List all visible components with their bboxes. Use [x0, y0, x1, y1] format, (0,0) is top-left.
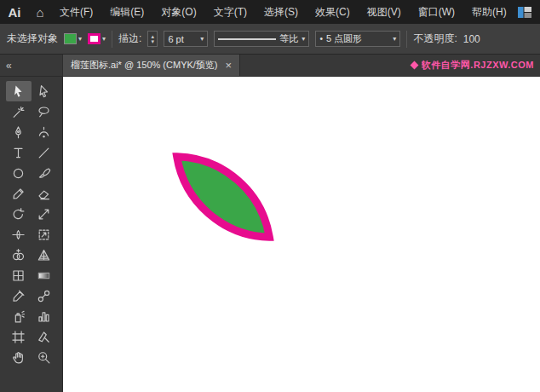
- menu-file[interactable]: 文件(F): [51, 0, 101, 24]
- zoom-icon: [37, 350, 51, 365]
- tool-column-graph-button[interactable]: [32, 306, 57, 326]
- curvature-icon: [37, 125, 51, 140]
- app-logo[interactable]: Ai: [0, 5, 29, 20]
- chevron-down-icon[interactable]: ▾: [102, 36, 106, 43]
- symbol-sprayer-icon: [11, 309, 26, 324]
- watermark-text: 软件自学网.RJZXW.COM: [422, 59, 534, 72]
- tool-slice-button[interactable]: [32, 326, 57, 347]
- brush-definition-select[interactable]: • 5 点圆形 ▾: [315, 31, 400, 47]
- tool-line-segment-button[interactable]: [32, 142, 57, 163]
- leaf-shape[interactable]: [163, 140, 284, 254]
- layout-grid-icon: [518, 7, 531, 18]
- document-tab[interactable]: 榴莲图标.ai* @ 150% (CMYK/预览) ×: [63, 55, 240, 76]
- pen-icon: [11, 125, 26, 140]
- menu-edit[interactable]: 编辑(E): [101, 0, 152, 24]
- mesh-icon: [11, 268, 26, 283]
- tool-eraser-button[interactable]: [32, 183, 57, 204]
- tool-ellipse-button[interactable]: [6, 163, 32, 183]
- close-tab-button[interactable]: ×: [226, 59, 233, 72]
- tool-free-transform-button[interactable]: [32, 224, 57, 245]
- gradient-icon: [37, 268, 51, 283]
- fill-color-control[interactable]: ▾: [64, 33, 82, 44]
- tool-eyedropper-button[interactable]: [6, 285, 32, 306]
- tool-curvature-button[interactable]: [32, 122, 57, 142]
- line-segment-icon: [37, 146, 51, 160]
- watermark-icon: [410, 61, 418, 70]
- tool-gradient-button[interactable]: [32, 265, 57, 285]
- illustrator-window: Ai ⌂ 文件(F) 编辑(E) 对象(O) 文字(T) 选择(S) 效果(C)…: [0, 0, 540, 392]
- scale-icon: [37, 207, 51, 222]
- tool-mesh-button[interactable]: [6, 265, 32, 285]
- tool-magic-wand-button[interactable]: [6, 101, 32, 122]
- tool-lasso-button[interactable]: [32, 101, 57, 122]
- type-icon: [11, 146, 26, 160]
- menu-select[interactable]: 选择(S): [256, 0, 307, 24]
- pencil-icon: [11, 187, 26, 201]
- stroke-weight-value: 6 pt: [168, 34, 183, 44]
- document-tab-title: 榴莲图标.ai* @ 150% (CMYK/预览): [71, 59, 218, 72]
- ellipse-icon: [11, 166, 26, 181]
- menu-object[interactable]: 对象(O): [152, 0, 204, 24]
- tool-grid: [0, 81, 62, 367]
- stroke-color-control[interactable]: ▾: [88, 33, 106, 44]
- tools-panel: [0, 77, 63, 392]
- column-graph-icon: [37, 309, 51, 324]
- width-profile-select[interactable]: 等比 ▾: [214, 31, 309, 47]
- free-transform-icon: [37, 228, 51, 242]
- divider: [406, 31, 407, 48]
- tool-shape-builder-button[interactable]: [6, 245, 32, 265]
- chevron-down-icon: ▾: [393, 36, 396, 43]
- stepper-down-icon[interactable]: ▾: [152, 39, 155, 44]
- divider: [112, 31, 112, 48]
- control-bar: 未选择对象 ▾ ▾ 描边: ▴ ▾ 6 pt ▾ 等比 ▾ • 5 点圆形 ▾: [0, 24, 540, 55]
- tool-rotate-button[interactable]: [6, 204, 32, 224]
- selection-icon: [11, 84, 26, 99]
- collapse-panel-button[interactable]: «: [6, 60, 12, 72]
- tool-pen-button[interactable]: [6, 122, 32, 142]
- brush-preview-dot: •: [319, 34, 323, 43]
- tool-symbol-sprayer-button[interactable]: [6, 306, 32, 326]
- tool-paintbrush-button[interactable]: [32, 163, 57, 183]
- slice-icon: [37, 330, 51, 344]
- menu-help[interactable]: 帮助(H): [463, 0, 515, 24]
- home-icon[interactable]: ⌂: [29, 5, 51, 20]
- tool-scale-button[interactable]: [32, 204, 57, 224]
- rotate-icon: [11, 207, 26, 222]
- blend-icon: [37, 289, 51, 303]
- chevron-down-icon[interactable]: ▾: [78, 36, 82, 43]
- uniform-profile-preview: [218, 38, 276, 40]
- tool-hand-button[interactable]: [6, 347, 32, 367]
- menu-type[interactable]: 文字(T): [205, 0, 256, 24]
- tool-blend-button[interactable]: [32, 285, 57, 306]
- tool-width-button[interactable]: [6, 224, 32, 245]
- tool-artboard-button[interactable]: [6, 326, 32, 347]
- paintbrush-icon: [37, 166, 51, 181]
- menu-view[interactable]: 视图(V): [359, 0, 410, 24]
- brush-definition-value: 5 点圆形: [326, 32, 362, 45]
- tool-type-button[interactable]: [6, 142, 32, 163]
- tool-zoom-button[interactable]: [32, 347, 57, 367]
- tool-direct-selection-button[interactable]: [32, 81, 57, 101]
- direct-selection-icon: [37, 84, 51, 99]
- menu-effect[interactable]: 效果(C): [307, 0, 359, 24]
- width-icon: [11, 228, 26, 242]
- opacity-value[interactable]: 100: [463, 33, 480, 45]
- menu-window[interactable]: 窗口(W): [410, 0, 463, 24]
- canvas[interactable]: [63, 77, 540, 392]
- stroke-weight-select[interactable]: 6 pt ▾: [164, 31, 208, 47]
- fill-swatch[interactable]: [64, 33, 77, 44]
- perspective-grid-icon: [37, 248, 51, 262]
- chevron-down-icon: ▾: [200, 36, 204, 43]
- artboard-view: [63, 77, 540, 392]
- chevron-down-icon: ▾: [302, 36, 305, 43]
- menubar: Ai ⌂ 文件(F) 编辑(E) 对象(O) 文字(T) 选择(S) 效果(C)…: [0, 0, 540, 24]
- stroke-swatch[interactable]: [88, 33, 101, 44]
- tool-perspective-grid-button[interactable]: [32, 245, 57, 265]
- stroke-weight-stepper[interactable]: ▴ ▾: [147, 31, 158, 47]
- eyedropper-icon: [11, 289, 26, 303]
- workspace-switcher-icon[interactable]: [518, 7, 531, 18]
- opacity-label: 不透明度:: [413, 32, 457, 46]
- shape-builder-icon: [11, 248, 26, 262]
- tool-selection-button[interactable]: [6, 81, 32, 101]
- tool-pencil-button[interactable]: [6, 183, 32, 204]
